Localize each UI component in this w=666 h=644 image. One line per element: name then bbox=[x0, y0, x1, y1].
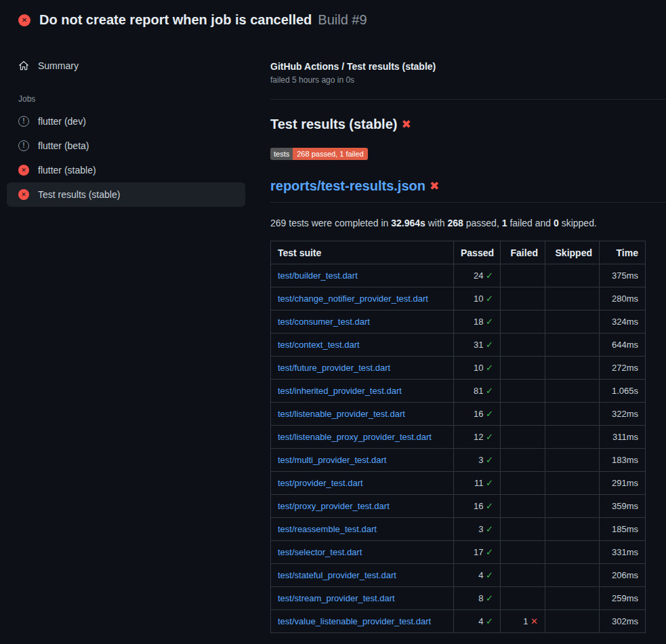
section-heading: Test results (stable) ✖ bbox=[270, 117, 666, 132]
skipped-cell bbox=[545, 310, 600, 334]
skipped-cell bbox=[545, 380, 600, 403]
summary-text: failed and bbox=[507, 218, 554, 228]
passed-cell: 10 ✓ bbox=[454, 357, 501, 380]
test-suite-link[interactable]: test/proxy_provider_test.dart bbox=[278, 501, 390, 511]
test-suite-link[interactable]: test/multi_provider_test.dart bbox=[278, 455, 386, 465]
build-number: Build #9 bbox=[318, 12, 367, 28]
skipped-cell bbox=[545, 541, 600, 564]
tests-badge: tests 268 passed, 1 failed bbox=[270, 148, 368, 160]
test-suite-link[interactable]: test/selector_test.dart bbox=[278, 547, 362, 557]
breadcrumb: GitHub Actions / Test results (stable) bbox=[270, 61, 666, 72]
table-row: test/proxy_provider_test.dart16 ✓359ms bbox=[271, 495, 646, 518]
passed-cell: 3 ✓ bbox=[454, 518, 501, 541]
check-icon: ✓ bbox=[486, 409, 493, 419]
test-suite-link[interactable]: test/future_provider_test.dart bbox=[278, 363, 390, 373]
test-suite-link[interactable]: test/builder_test.dart bbox=[278, 270, 358, 281]
test-suite-link[interactable]: test/listenable_provider_test.dart bbox=[278, 409, 405, 419]
x-circle-icon: ✕ bbox=[18, 165, 29, 176]
column-header: Passed bbox=[454, 241, 501, 264]
divider bbox=[270, 99, 666, 100]
test-suite-link[interactable]: test/stateful_provider_test.dart bbox=[278, 570, 396, 580]
sidebar-job-item[interactable]: !flutter (dev) bbox=[7, 109, 245, 134]
summary-text: passed, bbox=[463, 218, 502, 228]
sidebar-job-item[interactable]: ✕flutter (stable) bbox=[7, 158, 245, 182]
test-suite-cell: test/listenable_provider_test.dart bbox=[271, 403, 454, 426]
failed-cell bbox=[501, 380, 545, 403]
test-suite-cell: test/change_notifier_provider_test.dart bbox=[271, 287, 454, 310]
table-row: test/consumer_test.dart18 ✓324ms bbox=[271, 310, 646, 334]
failed-cell bbox=[501, 334, 545, 357]
failed-cell bbox=[501, 310, 545, 334]
passed-cell: 24 ✓ bbox=[454, 264, 501, 287]
test-suite-link[interactable]: test/value_listenable_provider_test.dart bbox=[278, 616, 431, 626]
passed-cell: 8 ✓ bbox=[454, 587, 501, 610]
check-icon: ✓ bbox=[486, 270, 493, 281]
time-cell: 291ms bbox=[600, 472, 646, 495]
results-table: Test suitePassedFailedSkippedTime test/b… bbox=[270, 241, 646, 633]
failed-cell bbox=[501, 587, 545, 610]
skipped-cell bbox=[545, 264, 600, 287]
test-suite-cell: test/consumer_test.dart bbox=[271, 310, 454, 334]
test-suite-link[interactable]: test/reassemble_test.dart bbox=[278, 524, 377, 534]
time-cell: 644ms bbox=[600, 334, 646, 357]
test-suite-link[interactable]: test/listenable_proxy_provider_test.dart bbox=[278, 432, 432, 442]
passed-cell: 81 ✓ bbox=[454, 380, 501, 403]
sidebar-job-item[interactable]: ✕Test results (stable) bbox=[7, 182, 245, 207]
test-suite-cell: test/provider_test.dart bbox=[271, 472, 454, 495]
time-cell: 272ms bbox=[600, 357, 646, 380]
job-label: flutter (dev) bbox=[38, 116, 86, 127]
job-label: flutter (stable) bbox=[38, 165, 96, 176]
time-cell: 322ms bbox=[600, 403, 646, 426]
table-row: test/inherited_provider_test.dart81 ✓1.0… bbox=[271, 380, 646, 403]
check-icon: ✓ bbox=[486, 570, 493, 580]
skipped-cell bbox=[545, 357, 600, 380]
passed-cell: 17 ✓ bbox=[454, 541, 501, 564]
test-suite-link[interactable]: test/context_test.dart bbox=[278, 340, 360, 350]
summary-value: 0 bbox=[554, 218, 559, 228]
test-suite-cell: test/multi_provider_test.dart bbox=[271, 449, 454, 472]
alert-circle-icon: ! bbox=[18, 140, 29, 151]
time-cell: 311ms bbox=[600, 426, 646, 449]
time-cell: 359ms bbox=[600, 495, 646, 518]
passed-cell: 16 ✓ bbox=[454, 403, 501, 426]
summary-value: 32.964s bbox=[391, 218, 425, 228]
passed-cell: 16 ✓ bbox=[454, 495, 501, 518]
sidebar-item-summary[interactable]: Summary bbox=[7, 54, 245, 78]
check-icon: ✓ bbox=[486, 455, 493, 465]
cross-icon: ✕ bbox=[530, 616, 538, 626]
badge-label: tests bbox=[270, 148, 293, 160]
table-row: test/builder_test.dart24 ✓375ms bbox=[271, 264, 646, 287]
time-cell: 259ms bbox=[600, 587, 646, 610]
failed-cell bbox=[501, 518, 545, 541]
time-cell: 280ms bbox=[600, 287, 646, 310]
test-suite-cell: test/context_test.dart bbox=[271, 334, 454, 357]
main-content: GitHub Actions / Test results (stable) f… bbox=[252, 36, 666, 633]
table-row: test/listenable_proxy_provider_test.dart… bbox=[271, 426, 646, 449]
time-cell: 1.065s bbox=[600, 380, 646, 403]
time-cell: 324ms bbox=[600, 310, 646, 334]
x-circle-icon: ✕ bbox=[18, 189, 29, 200]
test-suite-link[interactable]: test/consumer_test.dart bbox=[278, 317, 370, 327]
test-suite-cell: test/stream_provider_test.dart bbox=[271, 587, 454, 610]
test-suite-cell: test/listenable_proxy_provider_test.dart bbox=[271, 426, 454, 449]
skipped-cell bbox=[545, 334, 600, 357]
check-icon: ✓ bbox=[486, 294, 493, 304]
test-suite-link[interactable]: test/provider_test.dart bbox=[278, 478, 363, 488]
time-cell: 183ms bbox=[600, 449, 646, 472]
test-suite-link[interactable]: test/change_notifier_provider_test.dart bbox=[278, 294, 428, 304]
table-row: test/stream_provider_test.dart8 ✓259ms bbox=[271, 587, 646, 610]
sidebar-job-item[interactable]: !flutter (beta) bbox=[7, 134, 245, 158]
status-line: failed 5 hours ago in 0s bbox=[270, 75, 666, 85]
test-suite-link[interactable]: test/inherited_provider_test.dart bbox=[278, 386, 402, 396]
failed-cell bbox=[501, 426, 545, 449]
summary-text: with bbox=[425, 218, 448, 228]
table-row: test/listenable_provider_test.dart16 ✓32… bbox=[271, 403, 646, 426]
report-link[interactable]: reports/test-results.json bbox=[270, 178, 425, 194]
jobs-heading: Jobs bbox=[7, 78, 245, 109]
table-row: test/stateful_provider_test.dart4 ✓206ms bbox=[271, 564, 646, 587]
skipped-cell bbox=[545, 610, 600, 633]
test-suite-link[interactable]: test/stream_provider_test.dart bbox=[278, 593, 395, 603]
time-cell: 331ms bbox=[600, 541, 646, 564]
jobs-list: !flutter (dev)!flutter (beta)✕flutter (s… bbox=[7, 109, 245, 207]
test-summary: 269 tests were completed in 32.964s with… bbox=[270, 218, 666, 228]
